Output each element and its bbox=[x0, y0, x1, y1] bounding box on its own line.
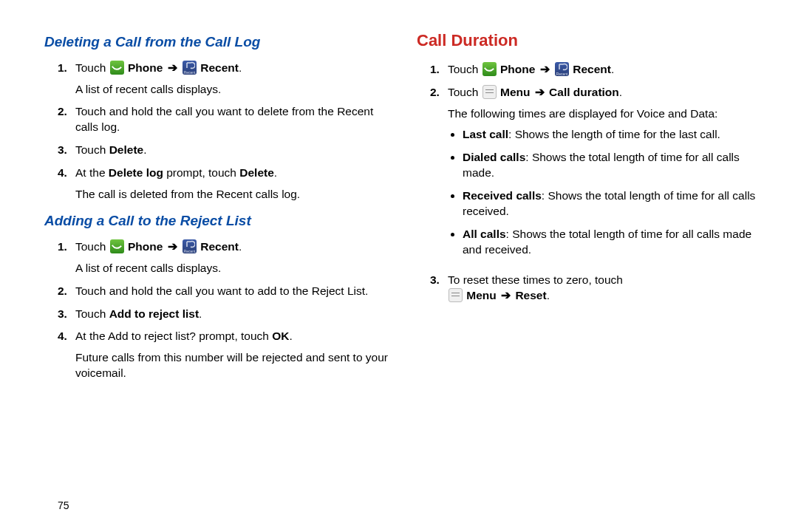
step-number: 1. bbox=[58, 239, 75, 255]
phone-icon bbox=[110, 61, 124, 75]
step-number: 3. bbox=[430, 273, 448, 288]
step-body: Touch Add to reject list. bbox=[75, 307, 396, 322]
text: Touch bbox=[75, 240, 109, 253]
bold-text: Menu bbox=[463, 289, 499, 301]
bold-text: Add to reject list bbox=[109, 307, 199, 320]
step-number: 1. bbox=[430, 62, 448, 78]
bold-text: Call duration bbox=[546, 86, 619, 98]
text: At the bbox=[75, 166, 109, 179]
step: 2. Touch and hold the call you want to d… bbox=[58, 104, 396, 135]
step-number: 1. bbox=[58, 61, 75, 76]
sub-text: A list of recent calls displays. bbox=[75, 82, 396, 98]
step-body: At the Add to reject list? prompt, touch… bbox=[75, 329, 396, 381]
arrow-icon: ➔ bbox=[539, 63, 551, 75]
text: Touch bbox=[75, 307, 109, 320]
bold-text: Delete bbox=[239, 166, 274, 179]
left-column: Deleting a Call from the Call Log 1. Tou… bbox=[44, 30, 396, 517]
arrow-icon: ➔ bbox=[499, 289, 512, 301]
text: Touch bbox=[448, 63, 482, 75]
step-body: Touch and hold the call you want to add … bbox=[75, 284, 396, 299]
step-number: 2. bbox=[430, 85, 448, 100]
text: Touch bbox=[75, 61, 109, 74]
section-heading-delete-call: Deleting a Call from the Call Log bbox=[44, 33, 396, 52]
sub-text: A list of recent calls displays. bbox=[75, 261, 396, 276]
step-body: Touch Delete. bbox=[75, 143, 396, 158]
step-number: 3. bbox=[58, 143, 75, 158]
section-heading-reject-list: Adding a Call to the Reject List bbox=[44, 211, 396, 231]
text: : Shows the length of time for the last … bbox=[508, 128, 720, 140]
arrow-icon: ➔ bbox=[166, 240, 179, 253]
step-body: To reset these times to zero, touch Menu… bbox=[448, 273, 768, 304]
bullet-item: Last call: Shows the length of time for … bbox=[463, 127, 768, 143]
step-number: 3. bbox=[58, 307, 75, 322]
icon-label: Recent bbox=[555, 72, 569, 76]
step: 1. Touch Phone ➔ Recent Recent. bbox=[430, 62, 768, 78]
page-number: 75 bbox=[58, 499, 69, 511]
step-body: Touch Phone ➔ Recent Recent. A list of r… bbox=[75, 239, 396, 276]
step: 1. Touch Phone ➔ Recent Recent. A list o… bbox=[58, 239, 396, 276]
menu-icon bbox=[449, 288, 463, 302]
step-body: Touch Phone ➔ Recent Recent. bbox=[448, 62, 768, 78]
step: 3. Touch Add to reject list. bbox=[58, 307, 396, 322]
recent-icon: Recent bbox=[555, 62, 569, 76]
step-body: Touch Menu ➔ Call duration. The followin… bbox=[448, 85, 768, 265]
step-body: Touch Phone ➔ Recent Recent. A list of r… bbox=[75, 61, 396, 98]
steps-delete-call: 1. Touch Phone ➔ Recent Recent. A list o… bbox=[44, 61, 396, 202]
step: 1. Touch Phone ➔ Recent Recent. A list o… bbox=[58, 61, 396, 98]
menu-icon bbox=[482, 85, 497, 99]
step: 2. Touch Menu ➔ Call duration. The follo… bbox=[430, 85, 768, 265]
phone-icon bbox=[110, 239, 124, 253]
step-number: 2. bbox=[58, 284, 75, 299]
bold-text: Received calls bbox=[463, 189, 542, 202]
bullet-item: All calls: Shows the total length of tim… bbox=[463, 227, 768, 258]
bold-text: Last call bbox=[463, 128, 508, 140]
bold-text: Reset bbox=[512, 289, 547, 301]
right-column: Call Duration 1. Touch Phone ➔ Recent Re… bbox=[417, 30, 768, 517]
text: To reset these times to zero, touch bbox=[448, 273, 623, 286]
sub-text: Future calls from this number will be re… bbox=[75, 350, 396, 381]
bold-text: Menu bbox=[497, 86, 533, 98]
recent-icon: Recent bbox=[183, 239, 197, 253]
icon-label: Recent bbox=[183, 249, 197, 253]
step-number: 2. bbox=[58, 104, 75, 120]
text: : Shows the total length of time for all… bbox=[463, 228, 751, 256]
step: 3. To reset these times to zero, touch M… bbox=[430, 273, 768, 304]
bold-text: OK bbox=[272, 330, 289, 342]
steps-reject-list: 1. Touch Phone ➔ Recent Recent. A list o… bbox=[44, 239, 396, 381]
step: 3. Touch Delete. bbox=[58, 143, 396, 158]
step: 4. At the Add to reject list? prompt, to… bbox=[58, 329, 396, 381]
arrow-icon: ➔ bbox=[533, 86, 546, 98]
text: Touch bbox=[75, 143, 109, 156]
steps-call-duration: 1. Touch Phone ➔ Recent Recent. 2. Touch… bbox=[417, 62, 768, 304]
recent-icon: Recent bbox=[183, 61, 197, 75]
section-heading-call-duration: Call Duration bbox=[417, 30, 768, 52]
text: Touch bbox=[448, 86, 482, 98]
arrow-icon: ➔ bbox=[166, 61, 179, 74]
bullet-item: Dialed calls: Shows the total length of … bbox=[463, 150, 768, 181]
step-number: 4. bbox=[58, 166, 75, 181]
bold-text: Delete log bbox=[109, 166, 163, 179]
bold-text: All calls bbox=[463, 228, 506, 240]
bold-text: Dialed calls bbox=[463, 151, 525, 163]
phone-icon bbox=[482, 62, 497, 76]
step-body: At the Delete log prompt, touch Delete. … bbox=[75, 166, 396, 202]
text: At the Add to reject list? prompt, touch bbox=[75, 330, 272, 342]
bullet-list: Last call: Shows the length of time for … bbox=[448, 127, 768, 257]
sub-text: The following times are displayed for Vo… bbox=[448, 106, 768, 122]
icon-label: Recent bbox=[183, 70, 197, 75]
bold-text: Phone bbox=[125, 240, 166, 253]
bold-text: Recent bbox=[197, 61, 239, 74]
step-body: Touch and hold the call you want to dele… bbox=[75, 104, 396, 135]
bold-text: Phone bbox=[125, 61, 166, 74]
step-number: 4. bbox=[58, 329, 75, 344]
sub-text: The call is deleted from the Recent call… bbox=[75, 187, 396, 202]
bullet-item: Received calls: Shows the total length o… bbox=[463, 188, 768, 219]
bold-text: Phone bbox=[497, 63, 539, 75]
bold-text: Delete bbox=[109, 143, 144, 156]
text: prompt, touch bbox=[163, 166, 239, 179]
bold-text: Recent bbox=[197, 240, 239, 253]
bold-text: Recent bbox=[570, 63, 611, 75]
step: 4. At the Delete log prompt, touch Delet… bbox=[58, 166, 396, 202]
manual-page: Deleting a Call from the Call Log 1. Tou… bbox=[0, 0, 798, 532]
step: 2. Touch and hold the call you want to a… bbox=[58, 284, 396, 299]
